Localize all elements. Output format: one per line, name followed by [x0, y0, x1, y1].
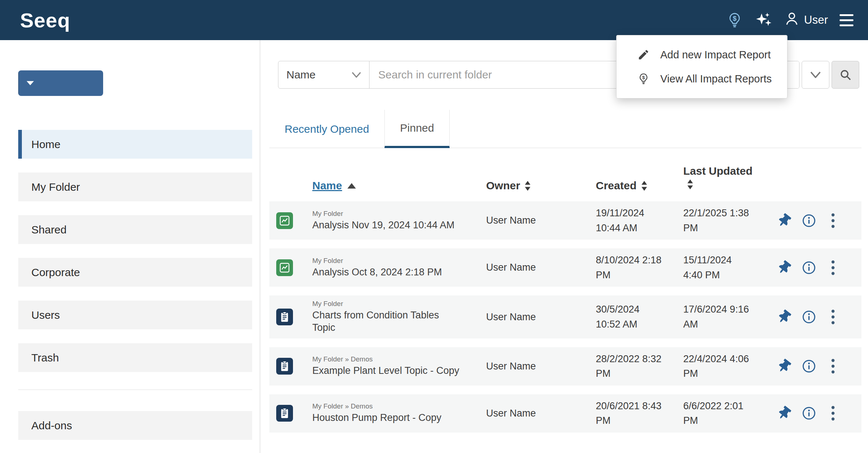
sidebar-item-trash[interactable]: Trash — [18, 343, 252, 372]
column-header-last-updated[interactable]: Last Updated — [683, 165, 771, 192]
info-icon[interactable] — [802, 260, 816, 275]
row-updated: 22/4/2024 4:06 PM — [683, 352, 771, 381]
ai-sparkles-icon[interactable] — [755, 0, 772, 40]
top-navbar: Seeq $ User — [0, 0, 868, 40]
info-icon[interactable] — [802, 406, 816, 421]
row-item-name[interactable]: Example Plant Level Topic - Copy — [312, 364, 464, 377]
table-row[interactable]: My Folder Analysis Nov 19, 2024 10:44 AM… — [269, 201, 861, 240]
row-item-name[interactable]: Analysis Oct 8, 2024 2:18 PM — [312, 266, 464, 278]
table-row[interactable]: My Folder Charts from Condition Tables T… — [269, 295, 861, 338]
sidebar-item-label: Corporate — [31, 266, 80, 279]
search-options-dropdown-button[interactable] — [802, 61, 829, 89]
chevron-down-icon — [352, 72, 361, 78]
topic-icon — [276, 309, 293, 325]
row-updated: 22/1/2025 1:38 PM — [683, 206, 771, 235]
row-owner: User Name — [486, 260, 596, 275]
new-button[interactable]: + New — [18, 70, 103, 96]
sidebar-item-label: My Folder — [31, 181, 80, 193]
impact-report-menu: Add new Impact Report $ View All Impact … — [616, 35, 787, 98]
row-item-name[interactable]: Houston Pump Report - Copy — [312, 411, 464, 424]
table-row[interactable]: My Folder » Demos Example Plant Level To… — [269, 347, 861, 386]
kebab-menu-icon[interactable] — [830, 309, 836, 325]
sidebar-nav: Home My Folder Shared Corporate Users Tr… — [0, 130, 260, 372]
sidebar-item-shared[interactable]: Shared — [18, 215, 252, 244]
sidebar-item-label: Trash — [31, 352, 59, 364]
sidebar-item-corporate[interactable]: Corporate — [18, 258, 252, 287]
analysis-icon — [276, 259, 293, 276]
kebab-menu-icon[interactable] — [830, 359, 836, 374]
row-created: 30/5/2024 10:52 AM — [596, 302, 683, 332]
svg-text:$: $ — [642, 75, 645, 80]
sidebar: + New Home My Folder Shared Corporate Us… — [0, 40, 260, 453]
search-button[interactable] — [832, 61, 859, 89]
sidebar-item-home[interactable]: Home — [18, 130, 252, 159]
sidebar-item-label: Home — [31, 138, 60, 151]
sidebar-divider — [18, 390, 252, 390]
table-row[interactable]: My Folder Analysis Oct 8, 2024 2:18 PM U… — [269, 248, 861, 287]
row-folder-path: My Folder — [312, 257, 464, 265]
search-field-value: Name — [286, 69, 316, 81]
row-created: 20/6/2021 8:43 PM — [596, 399, 683, 428]
row-updated: 17/6/2024 9:16 AM — [683, 302, 771, 332]
sidebar-item-label: Shared — [31, 224, 67, 236]
menu-item-view-impact-reports[interactable]: $ View All Impact Reports — [617, 67, 787, 91]
column-header-created[interactable]: Created — [596, 179, 683, 192]
tab-recently-opened[interactable]: Recently Opened — [269, 110, 384, 148]
sidebar-item-label: Users — [31, 309, 60, 321]
kebab-menu-icon[interactable] — [830, 406, 836, 421]
chevron-down-icon — [27, 81, 34, 85]
user-menu[interactable]: User — [784, 11, 828, 30]
tab-bar: Recently Opened Pinned — [269, 110, 861, 148]
sort-asc-icon — [347, 183, 356, 189]
info-icon[interactable] — [802, 213, 816, 228]
sidebar-item-add-ons[interactable]: Add-ons — [18, 411, 252, 440]
search-field-select[interactable]: Name — [278, 61, 370, 88]
row-folder-path: My Folder » Demos — [312, 402, 464, 410]
info-icon[interactable] — [802, 359, 816, 373]
lightbulb-icon: $ — [637, 73, 650, 85]
row-item-name[interactable]: Analysis Nov 19, 2024 10:44 AM — [312, 219, 464, 231]
row-updated: 15/11/2024 4:40 PM — [683, 253, 771, 282]
search-icon — [839, 68, 852, 81]
row-owner: User Name — [486, 406, 596, 421]
table-body: My Folder Analysis Nov 19, 2024 10:44 AM… — [269, 201, 861, 433]
analysis-icon — [276, 212, 293, 229]
tab-pinned[interactable]: Pinned — [384, 110, 450, 148]
pencil-icon — [637, 49, 650, 61]
table-header: Name Owner Created Last Updated — [269, 148, 861, 201]
table-row[interactable]: My Folder » Demos Houston Pump Report - … — [269, 394, 861, 433]
row-folder-path: My Folder — [312, 300, 464, 308]
row-folder-path: My Folder — [312, 210, 464, 218]
seeq-logo[interactable]: Seeq — [20, 8, 70, 32]
pin-icon[interactable] — [777, 407, 791, 420]
info-icon[interactable] — [802, 310, 816, 324]
impact-report-lightbulb-icon[interactable]: $ — [726, 0, 743, 40]
sidebar-item-users[interactable]: Users — [18, 301, 252, 329]
column-label: Created — [596, 179, 637, 192]
kebab-menu-icon[interactable] — [830, 260, 836, 275]
chevron-down-icon — [810, 71, 821, 78]
row-created: 28/2/2022 8:32 PM — [596, 352, 683, 381]
column-label: Owner — [486, 179, 520, 192]
row-owner: User Name — [486, 310, 596, 325]
pin-icon[interactable] — [777, 214, 791, 227]
kebab-menu-icon[interactable] — [830, 213, 836, 228]
menu-item-add-impact-report[interactable]: Add new Impact Report — [617, 43, 787, 67]
pin-icon[interactable] — [777, 360, 791, 373]
tab-label: Pinned — [400, 122, 434, 134]
new-button-caret[interactable] — [18, 70, 42, 96]
pin-icon[interactable] — [777, 310, 791, 324]
pin-icon[interactable] — [777, 261, 791, 274]
row-updated: 6/6/2022 2:01 PM — [683, 399, 771, 428]
row-item-name[interactable]: Charts from Condition Tables Topic — [312, 309, 464, 334]
topic-icon — [276, 358, 293, 375]
row-owner: User Name — [486, 359, 596, 374]
sort-icon — [524, 181, 531, 191]
column-header-owner[interactable]: Owner — [486, 179, 596, 192]
row-created: 19/11/2024 10:44 AM — [596, 206, 683, 235]
hamburger-menu-icon[interactable] — [840, 0, 853, 40]
row-folder-path: My Folder » Demos — [312, 355, 464, 363]
column-header-name[interactable]: Name — [312, 179, 486, 192]
tab-label: Recently Opened — [285, 123, 369, 135]
sidebar-item-my-folder[interactable]: My Folder — [18, 173, 252, 201]
